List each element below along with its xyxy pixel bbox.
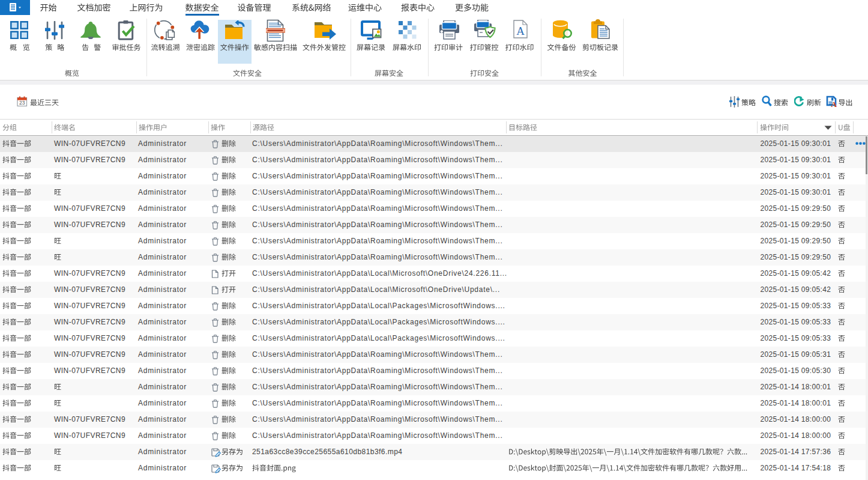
svg-text:23: 23 (19, 100, 25, 106)
svg-text:A: A (831, 100, 837, 108)
svg-text:A: A (516, 25, 525, 37)
